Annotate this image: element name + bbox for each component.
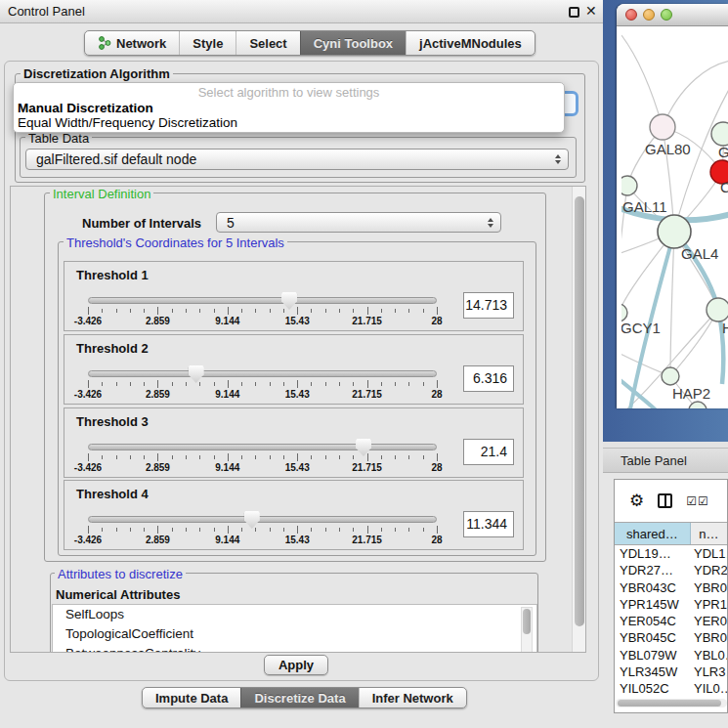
close-icon[interactable]: ✕ (585, 3, 597, 19)
menu-item-equal-width-frequency[interactable]: Equal Width/Frequency Discretization (14, 115, 564, 130)
table-panel-titlebar: Table Panel (603, 448, 728, 473)
tab-impute-data[interactable]: Impute Data (143, 688, 240, 707)
number-of-intervals-combobox[interactable]: 5 (216, 212, 501, 233)
tick-mark (395, 382, 396, 386)
tick-label: 28 (431, 535, 442, 545)
list-item[interactable]: BetweennessCentrality (53, 644, 536, 653)
threshold-4-value-field[interactable]: 11.344 (463, 511, 514, 537)
table-row[interactable]: YBR045CYBR0… (615, 630, 727, 647)
tick-mark (367, 526, 368, 534)
threshold-2-value-field[interactable]: 6.316 (463, 365, 514, 392)
node-gal4[interactable] (658, 215, 691, 248)
node-label: C (720, 179, 728, 195)
tab-style[interactable]: Style (179, 31, 236, 55)
combo-arrows-icon (555, 154, 561, 164)
tab-jactivemnodules[interactable]: jActiveMNodules (406, 31, 535, 55)
node-gal11[interactable] (621, 176, 637, 195)
panel-title: Control Panel (8, 4, 85, 19)
float-window-icon[interactable] (569, 7, 579, 18)
tab-label: Infer Network (372, 691, 453, 706)
combo-arrows-icon (488, 218, 493, 228)
tick-mark (367, 307, 368, 315)
column-header-shared-name[interactable]: shared… (615, 523, 691, 544)
gear-icon[interactable]: ⚙ (629, 491, 644, 511)
network-view-window: GAL80 G C GAL11 GAL4 GCY1 H HAP2 (617, 4, 728, 408)
table-cell: YLR3… (689, 664, 727, 681)
table-data-combobox[interactable]: galFiltered.sif default node (25, 149, 569, 170)
tab-network[interactable]: Network (85, 31, 179, 55)
list-item[interactable]: TopologicalCoefficient (53, 624, 536, 644)
slider-tick-labels: -3.4262.8599.14415.4321.71528 (88, 316, 437, 327)
threshold-3-value-field[interactable]: 21.4 (463, 439, 514, 465)
threshold-1-value-field[interactable]: 14.713 (463, 292, 514, 319)
table-row[interactable]: YLR345WYLR3… (615, 664, 727, 681)
threshold-1-panel: Threshold 1 -3.4262.8599.14415.4321.7152… (64, 261, 524, 331)
tick-mark (228, 526, 229, 534)
table-cell: YBR0… (689, 580, 727, 597)
table-row[interactable]: YDL19…YDL1… (615, 546, 727, 563)
node-h[interactable] (707, 298, 728, 321)
table-row[interactable]: YDR27…YDR2… (615, 563, 727, 579)
threshold-4-slider[interactable] (88, 516, 437, 523)
node-gal80[interactable] (650, 114, 675, 140)
tick-label: 2.859 (146, 316, 170, 326)
tick-label: -3.426 (74, 316, 102, 326)
tab-discretize-data[interactable]: Discretize Data (240, 688, 358, 707)
apply-button[interactable]: Apply (264, 655, 328, 675)
tick-label: -3.426 (74, 462, 102, 473)
column-header-name[interactable]: n… (691, 523, 727, 544)
tick-mark (339, 382, 340, 386)
table-cell: YLR345W (615, 664, 689, 681)
node-g[interactable] (711, 122, 728, 146)
node-label: GAL11 (622, 198, 667, 215)
threshold-1-slider[interactable] (88, 297, 437, 304)
mac-minimize-icon[interactable] (643, 9, 655, 21)
tick-mark (367, 453, 368, 461)
table-cell: YIL0… (689, 681, 727, 698)
network-canvas[interactable]: GAL80 G C GAL11 GAL4 GCY1 H HAP2 (621, 27, 728, 408)
threshold-2-slider[interactable] (88, 370, 437, 377)
number-of-intervals-label: Number of Intervals (82, 216, 201, 231)
tick-label: 21.715 (352, 389, 382, 400)
list-scrollbar[interactable] (521, 607, 533, 653)
select-checkboxes-icon[interactable]: ☑☑ (686, 494, 709, 508)
columns-icon[interactable] (658, 493, 672, 508)
tick-mark (270, 455, 271, 459)
table-cell: YER0… (689, 614, 727, 630)
tick-mark (437, 307, 438, 315)
list-item[interactable]: SelfLoops (53, 605, 536, 624)
settings-scrollbar[interactable] (572, 187, 585, 653)
table-row[interactable]: YER054CYER0… (615, 614, 727, 630)
slider-ticks (88, 380, 437, 389)
threshold-2-panel: Threshold 2 -3.4262.8599.14415.4321.7152… (64, 334, 524, 405)
slider-tick-labels: -3.4262.8599.14415.4321.71528 (88, 389, 437, 401)
tick-mark (214, 528, 215, 532)
tick-mark (116, 309, 117, 313)
tick-label: 9.144 (215, 389, 239, 400)
tick-mark (395, 528, 396, 532)
table-cell: YIL052C (615, 681, 689, 698)
table-cell: YPR1… (689, 597, 727, 614)
table-horizontal-scrollbar[interactable] (616, 699, 727, 707)
settings-scrollpane: Interval Definition Number of Intervals … (10, 186, 586, 653)
tab-cyni-toolbox[interactable]: Cyni Toolbox (300, 31, 406, 55)
tick-mark (311, 309, 312, 313)
node-hap2[interactable] (662, 367, 679, 385)
mac-close-icon[interactable] (625, 9, 637, 21)
tick-mark (283, 309, 284, 313)
menu-item-manual-discretization[interactable]: Manual Discretization (14, 101, 564, 115)
table-row[interactable]: YIL052CYIL0… (615, 681, 727, 698)
tab-select[interactable]: Select (236, 31, 299, 55)
table-data-title: Table Data (25, 131, 92, 146)
tick-mark (199, 309, 200, 313)
tab-infer-network[interactable]: Infer Network (359, 688, 466, 707)
threshold-3-slider[interactable] (88, 444, 437, 450)
table-row[interactable]: YBR043CYBR0… (615, 580, 727, 597)
tab-label: jActiveMNodules (419, 36, 522, 51)
table-cell: YBL079W (615, 648, 689, 664)
table-row[interactable]: YBL079WYBL0… (615, 648, 727, 664)
node-label: HAP2 (672, 385, 710, 402)
table-cell: YER054C (615, 614, 689, 630)
table-row[interactable]: YPR145WYPR1… (615, 597, 727, 614)
mac-zoom-icon[interactable] (661, 9, 672, 21)
